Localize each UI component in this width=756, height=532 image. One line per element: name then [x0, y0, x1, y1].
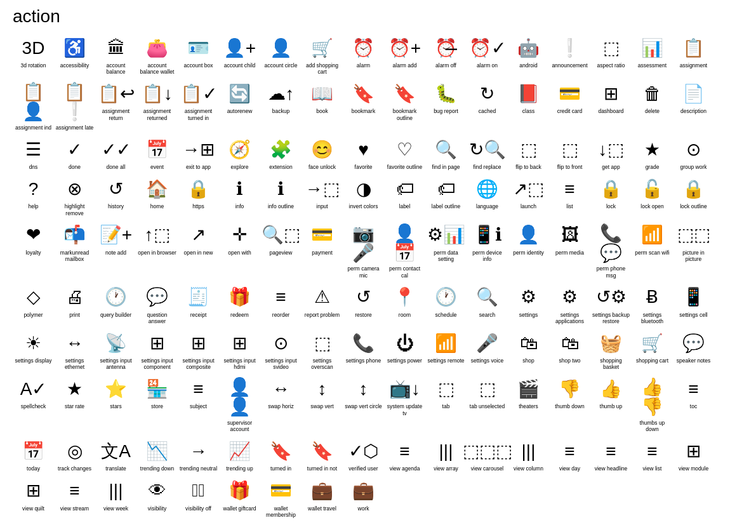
icon-label: grade [646, 164, 660, 170]
icon-item: 👍👎thumbs up down [632, 374, 673, 436]
icon-symbol: 🔒 [187, 178, 209, 201]
icon-item: 📷🎤perm camera mic [343, 220, 384, 283]
icon-symbol: ⊙ [686, 138, 701, 161]
page-title: action [13, 6, 743, 27]
icon-label: bookmark outline [385, 108, 424, 121]
icon-item: 📬markunread mailbox [54, 220, 95, 283]
icon-label: view column [514, 465, 543, 472]
icon-symbol: ≡ [606, 440, 616, 463]
icon-label: view module [679, 465, 708, 472]
icon-symbol: ↗ [191, 224, 206, 247]
icon-label: favorite outline [387, 164, 422, 170]
icon-item: 👤👤supervisor account [219, 374, 260, 436]
icon-item: ⏰̶alarm off [425, 33, 467, 79]
icon-label: open in new [184, 249, 213, 256]
icon-item: A✓spellcheck [13, 374, 54, 436]
icon-item: ⊞view module [673, 436, 714, 475]
icon-label: swap vert circle [345, 403, 382, 409]
icon-label: open with [228, 249, 251, 256]
icon-symbol: ✓✓ [102, 138, 131, 161]
icon-label: reorder [272, 312, 289, 318]
icon-item: ⊞settings input composite [178, 328, 219, 374]
icon-symbol: 😊 [311, 138, 333, 161]
icon-symbol: 🧭 [229, 138, 251, 161]
icon-item: 🕐schedule [425, 283, 467, 328]
icon-label: history [108, 203, 124, 209]
icon-label: store [151, 403, 163, 409]
icon-label: payment [312, 249, 333, 256]
icon-label: thumb down [555, 403, 584, 409]
icon-item: 🖨print [54, 283, 95, 328]
icon-label: account box [184, 62, 213, 69]
icon-label: loyalty [25, 249, 41, 256]
icon-label: settings voice [471, 357, 504, 364]
icon-item: ⬚flip to front [549, 135, 590, 174]
icon-symbol: ||| [109, 480, 123, 503]
icon-symbol: 👤+ [223, 37, 256, 60]
icon-label: find in page [432, 164, 460, 170]
icon-item: 文Atranslate [95, 436, 136, 475]
icon-item: 📉trending down [136, 436, 178, 475]
icon-symbol: ↔ [66, 332, 84, 355]
icon-label: speaker notes [677, 357, 710, 364]
icon-item: 📅event [136, 135, 178, 174]
icon-item: ≡toc [673, 374, 714, 436]
icon-label: settings ethernet [55, 357, 94, 370]
icon-symbol: ⊞ [26, 480, 41, 503]
icon-symbol: Ƀ [646, 286, 658, 309]
icon-symbol: ↺⚙ [596, 286, 627, 309]
icon-label: launch [521, 203, 536, 209]
icon-label: help [28, 203, 38, 209]
icon-item: 🏪store [136, 374, 178, 436]
icon-item: 🪪account box [178, 33, 219, 79]
icon-item: 🔒lock [590, 174, 632, 220]
icon-item: ≡list [549, 174, 590, 220]
icon-symbol: 📋👤 [14, 83, 53, 122]
icon-item: 🛍shop [508, 328, 549, 374]
icon-label: shopping cart [636, 357, 668, 364]
icon-symbol: 📺↓ [389, 378, 420, 401]
icon-symbol: 🛍 [561, 332, 579, 355]
icon-item: ★star rate [54, 374, 95, 436]
icon-symbol: 👍 [600, 378, 622, 401]
icon-label: question answer [138, 312, 176, 324]
icon-label: assignment late [56, 124, 94, 131]
icon-symbol: → [190, 440, 208, 463]
icon-item: ↑⬚open in browser [136, 220, 178, 283]
icon-label: print [69, 312, 80, 318]
icon-item: ≡view stream [54, 476, 95, 522]
icon-item: →⊞exit to app [178, 135, 219, 174]
icon-item: ↻🔍find replace [467, 135, 508, 174]
icon-symbol: 📞💬 [592, 224, 630, 263]
icon-item: ℹinfo [219, 174, 260, 220]
icon-item: ⏻settings power [384, 328, 425, 374]
icon-symbol: 👁 [149, 480, 166, 503]
icon-item: 👛account balance wallet [136, 33, 178, 79]
icon-label: wallet travel [308, 505, 336, 512]
icon-label: perm scan wifi [635, 249, 669, 256]
icon-label: view array [434, 465, 458, 472]
icon-symbol: 🧺 [600, 332, 622, 355]
icon-symbol: 👤📅 [385, 224, 424, 263]
icon-label: room [399, 312, 411, 318]
icon-label: verified user [348, 465, 378, 472]
icon-symbol: 📊 [641, 37, 663, 60]
icon-symbol: 👁̶ [192, 480, 204, 503]
icon-item: ⚙settings [508, 283, 549, 328]
icon-symbol: ◎ [67, 440, 83, 463]
icon-label: theaters [519, 403, 538, 409]
icon-item: ★grade [632, 135, 673, 174]
icon-item: ⚙settings applications [549, 283, 590, 328]
icon-label: bug report [434, 108, 458, 114]
icon-symbol: 📕 [517, 83, 540, 105]
icon-label: subject [190, 403, 207, 409]
icon-item: |||view array [425, 436, 467, 475]
icon-item: ⬚⬚⬚view carousel [467, 436, 508, 475]
icon-label: supervisor account [220, 420, 259, 432]
icon-label: flip to back [515, 164, 541, 170]
icon-symbol: ↓⬚ [599, 138, 624, 161]
icon-symbol: 🐛 [435, 83, 457, 105]
icon-symbol: ℹ [277, 178, 284, 201]
icon-item: 💳credit card [549, 79, 590, 135]
icon-symbol: ⬚⬚ [677, 224, 710, 247]
